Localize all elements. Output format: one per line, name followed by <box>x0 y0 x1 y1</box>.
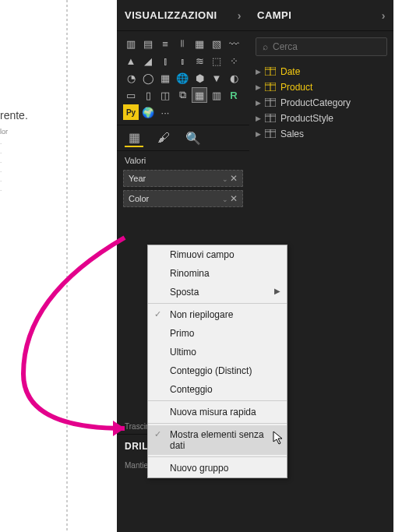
field-well-color[interactable]: Color ⌄✕ <box>123 190 243 207</box>
viz-pie-icon[interactable]: ◔ <box>123 70 139 86</box>
canvas-page-edge <box>66 0 68 532</box>
viz-filled-map-icon[interactable]: ⬢ <box>192 70 207 86</box>
table-icon <box>265 129 277 139</box>
ctx-new-quick-measure[interactable]: Nuova misura rapida <box>148 403 287 421</box>
mouse-cursor-icon <box>273 431 285 447</box>
ctx-move[interactable]: Sposta▶ <box>148 283 287 301</box>
viz-clustered-column-icon[interactable]: ⫴ <box>175 36 190 51</box>
viz-table-icon[interactable]: ▦ <box>192 87 207 103</box>
ctx-last[interactable]: Ultimo <box>148 343 287 361</box>
chevron-down-icon[interactable]: ⌄ <box>222 196 228 203</box>
visualization-type-gallery: ▥ ▤ ≡ ⫴ ▦ ▧ 〰 ▲ ◢ ⫿ ⫾ ≋ ⬚ ⁘ ◔ ◯ ▦ 🌐 ⬢ ▼ … <box>117 31 249 125</box>
viz-slicer-icon[interactable]: ⧉ <box>175 87 190 103</box>
field-well-year[interactable]: Year ⌄✕ <box>123 170 243 187</box>
values-section-label: Valori <box>117 151 249 168</box>
table-name: Sales <box>280 129 304 139</box>
ctx-separator <box>148 423 287 424</box>
table-item-productstyle[interactable]: ▶ ProductStyle <box>254 111 389 126</box>
chevron-right-icon: › <box>238 9 242 22</box>
viz-kpi-icon[interactable]: ◫ <box>157 87 173 103</box>
viz-stacked-column-icon[interactable]: ▤ <box>140 36 156 51</box>
fields-title: CAMPI <box>257 9 291 21</box>
viz-more-icon[interactable]: ··· <box>157 104 173 120</box>
fields-search-box[interactable]: ⌕ <box>256 37 387 56</box>
ctx-show-items-no-data[interactable]: ✓Mostra elementi senza dati <box>148 425 287 455</box>
table-name: Product <box>280 82 312 93</box>
table-item-productcategory[interactable]: ▶ ProductCategory <box>254 95 389 111</box>
viz-line-clustered-icon[interactable]: ⫾ <box>175 53 190 69</box>
canvas-text-fragment: rente. <box>0 109 28 122</box>
table-item-product[interactable]: ▶ Product <box>254 79 389 95</box>
canvas-cell: . <box>0 139 2 146</box>
ctx-separator <box>148 400 287 401</box>
canvas-cell: . <box>0 167 2 174</box>
viz-waterfall-icon[interactable]: ⬚ <box>209 53 224 69</box>
table-item-sales[interactable]: ▶ Sales <box>254 126 389 142</box>
table-name: ProductStyle <box>280 113 333 124</box>
expand-icon[interactable]: ▶ <box>256 115 265 122</box>
viz-arcgis-icon[interactable]: 🌍 <box>140 104 156 120</box>
viz-python-icon[interactable]: Py <box>123 104 139 120</box>
remove-field-icon[interactable]: ✕ <box>230 173 238 184</box>
table-name: ProductCategory <box>280 97 351 108</box>
viz-scatter-icon[interactable]: ⁘ <box>226 53 242 69</box>
search-icon: ⌕ <box>263 41 268 52</box>
viz-gauge-icon[interactable]: ◐ <box>226 70 242 86</box>
chevron-down-icon[interactable]: ⌄ <box>222 175 228 183</box>
viz-line-icon[interactable]: 〰 <box>226 36 242 51</box>
ctx-count-distinct[interactable]: Conteggio (Distinct) <box>148 361 287 380</box>
canvas-label-fragment: lor <box>0 128 8 136</box>
canvas-cell: . <box>0 176 2 183</box>
ctx-rename[interactable]: Rinomina <box>148 264 287 283</box>
field-context-menu: Rimuovi campo Rinomina Sposta▶ ✓Non riep… <box>147 245 287 478</box>
viz-line-column-icon[interactable]: ⫿ <box>157 53 173 69</box>
viz-stacked-bar-icon[interactable]: ▥ <box>123 36 139 51</box>
table-item-date[interactable]: ▶ Date <box>254 64 389 79</box>
viz-area-icon[interactable]: ▲ <box>123 53 139 69</box>
table-icon <box>265 98 277 107</box>
check-icon: ✓ <box>154 429 161 439</box>
viz-100-bar-icon[interactable]: ▦ <box>192 36 207 51</box>
fields-tab-icon[interactable]: ▦ <box>125 129 143 147</box>
visualizations-header[interactable]: VISUALIZZAZIONI › <box>117 0 249 31</box>
table-name: Date <box>280 66 300 77</box>
viz-matrix-icon[interactable]: ▥ <box>209 87 224 103</box>
format-tabs: ▦ 🖌 🔍 <box>117 125 249 151</box>
analytics-tab-icon[interactable]: 🔍 <box>184 129 203 147</box>
viz-multicard-icon[interactable]: ▯ <box>140 87 156 103</box>
viz-map-icon[interactable]: 🌐 <box>175 70 190 86</box>
expand-icon[interactable]: ▶ <box>256 68 265 76</box>
viz-treemap-icon[interactable]: ▦ <box>157 70 173 86</box>
fields-header[interactable]: CAMPI › <box>249 0 393 31</box>
expand-icon[interactable]: ▶ <box>256 99 265 107</box>
viz-100-column-icon[interactable]: ▧ <box>209 36 224 51</box>
field-well-label: Color <box>129 194 149 203</box>
ctx-new-group[interactable]: Nuovo gruppo <box>148 459 287 477</box>
viz-clustered-bar-icon[interactable]: ≡ <box>157 36 173 51</box>
table-icon <box>265 83 277 92</box>
canvas-cell: . <box>0 185 2 192</box>
report-canvas: rente. lor . . . . . . <box>0 0 117 532</box>
ctx-dont-summarize[interactable]: ✓Non riepilogare <box>148 305 287 324</box>
expand-icon[interactable]: ▶ <box>256 83 265 91</box>
field-well-label: Year <box>129 174 146 183</box>
expand-icon[interactable]: ▶ <box>256 130 265 138</box>
chevron-right-icon: › <box>382 9 386 22</box>
viz-ribbon-icon[interactable]: ≋ <box>192 53 207 69</box>
format-tab-icon[interactable]: 🖌 <box>154 129 173 147</box>
visualizations-title: VISUALIZZAZIONI <box>125 9 217 21</box>
ctx-separator <box>148 456 287 457</box>
viz-r-icon[interactable]: R <box>226 87 242 103</box>
viz-donut-icon[interactable]: ◯ <box>140 70 156 86</box>
remove-field-icon[interactable]: ✕ <box>230 193 238 204</box>
viz-card-icon[interactable]: ▭ <box>123 87 139 103</box>
viz-funnel-icon[interactable]: ▼ <box>209 70 224 86</box>
check-icon: ✓ <box>154 309 161 319</box>
fields-table-list: ▶ Date ▶ Product ▶ ProductCategory ▶ Pro… <box>249 62 393 143</box>
ctx-first[interactable]: Primo <box>148 324 287 343</box>
ctx-remove-field[interactable]: Rimuovi campo <box>148 245 287 264</box>
viz-stacked-area-icon[interactable]: ◢ <box>140 53 156 69</box>
table-icon <box>265 67 277 76</box>
ctx-count[interactable]: Conteggio <box>148 380 287 399</box>
fields-search-input[interactable] <box>273 41 380 52</box>
